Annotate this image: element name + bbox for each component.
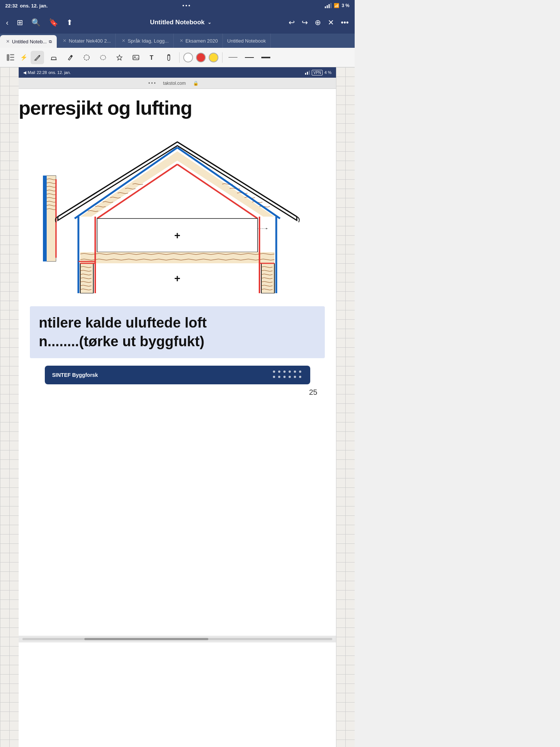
svg-text:T: T: [150, 55, 153, 61]
inner-browser-bar: • • • takstol.com 🔒: [19, 78, 336, 89]
battery-label: 3 %: [342, 3, 349, 8]
tab-untitled-notebook-active[interactable]: ✕ Untitled Noteb... ⧉: [0, 35, 57, 48]
text-banner: ntilere kalde uluftede loft n........(tø…: [30, 306, 325, 358]
clip-tool-button[interactable]: [162, 51, 175, 64]
scroll-area[interactable]: [19, 636, 336, 642]
status-bar-center: [183, 5, 190, 6]
chevron-down-icon[interactable]: ⌄: [208, 20, 211, 25]
inner-signal-icon: [305, 71, 310, 75]
right-margin: [336, 67, 355, 747]
undo-button[interactable]: ↩: [289, 18, 295, 27]
svg-rect-3: [10, 59, 14, 61]
svg-line-4: [34, 60, 35, 61]
svg-marker-10: [117, 55, 122, 60]
tab-untitled-2[interactable]: Untitled Notebook: [223, 34, 271, 48]
line-thick-button[interactable]: [259, 51, 273, 64]
color-white-button[interactable]: [183, 53, 193, 62]
inner-vpn-label: VPN: [312, 70, 323, 75]
tab-eksamen[interactable]: ✕ Eksamen 2020: [174, 34, 223, 48]
search-button[interactable]: 🔍: [31, 18, 41, 27]
svg-rect-14: [43, 176, 47, 261]
redo-button[interactable]: ↪: [302, 18, 308, 27]
tab-close-icon-4[interactable]: ✕: [180, 38, 183, 43]
page-heading: perresjikt og lufting: [19, 96, 325, 120]
page-number: 25: [30, 388, 317, 397]
nav-right: ↩ ↪ ⊕ ✕ •••: [289, 18, 349, 27]
text-tool-button[interactable]: T: [146, 51, 159, 64]
sidebar-toggle-button[interactable]: [4, 51, 17, 64]
dot2: [186, 5, 187, 6]
add-page-button[interactable]: ⊕: [315, 18, 321, 27]
inner-status-left: ◀ Mail 22:28 ons. 12. jan.: [23, 70, 71, 75]
nav-bar: ‹ ⊞ 🔍 🔖 ⬆ Untitled Notebook ⌄ ↩ ↪ ⊕ ✕ ••…: [0, 11, 355, 34]
inner-back-label: ◀: [23, 70, 26, 75]
toolbar-separator-2: [222, 52, 223, 63]
image-tool-button[interactable]: [129, 51, 143, 64]
lasso-tool-button[interactable]: [96, 51, 110, 64]
tab-sprak[interactable]: ✕ Språk Idag, Logg...: [116, 34, 174, 48]
bluetooth-icon: ⚡: [20, 54, 28, 61]
color-yellow-button[interactable]: [209, 53, 218, 62]
svg-point-8: [84, 55, 89, 60]
inner-status-right: VPN 4 %: [305, 70, 332, 75]
house-left-partial: [43, 176, 56, 261]
back-button[interactable]: ‹: [6, 18, 9, 27]
star-tool-button[interactable]: [113, 51, 126, 64]
pen-tool-button[interactable]: [31, 51, 44, 64]
inner-dots-left: • • •: [149, 81, 156, 86]
left-margin: [0, 67, 19, 747]
tab-label-5: Untitled Notebook: [227, 38, 266, 44]
status-day: ons. 12. jan.: [20, 3, 47, 9]
shapes-tool-button[interactable]: [80, 51, 93, 64]
svg-rect-1: [10, 54, 14, 55]
inner-status-bar: ◀ Mail 22:28 ons. 12. jan. VPN 4 %: [19, 67, 336, 78]
svg-rect-5: [52, 57, 56, 60]
tab-label-2: Notater Nek400 2...: [69, 38, 111, 44]
tab-close-icon-2[interactable]: ✕: [63, 38, 66, 43]
grid-button[interactable]: ⊞: [17, 18, 23, 27]
color-red-button[interactable]: [196, 53, 206, 62]
line-medium-button[interactable]: [243, 51, 256, 64]
page-content-wrapper: ◀ Mail 22:28 ons. 12. jan. VPN 4 % • • •…: [0, 67, 355, 747]
inner-day: ons. 12. jan.: [49, 70, 71, 75]
signal-icon: [325, 3, 332, 8]
tab-label: Untitled Noteb...: [12, 39, 47, 44]
eraser-tool-button[interactable]: [47, 51, 60, 64]
svg-text:+: +: [174, 273, 180, 284]
nav-center: Untitled Notebook ⌄: [150, 19, 211, 26]
dot1: [183, 5, 184, 6]
inner-url: takstol.com: [163, 81, 186, 86]
tab-close-icon-3[interactable]: ✕: [122, 38, 125, 43]
share-button[interactable]: ⬆: [66, 18, 73, 27]
heading-container: perresjikt og lufting: [19, 96, 325, 127]
tab-copy-icon[interactable]: ⧉: [49, 39, 52, 44]
nav-title: Untitled Notebook: [150, 19, 205, 26]
svg-rect-0: [7, 54, 9, 61]
svg-point-9: [100, 55, 106, 60]
marker-tool-button[interactable]: [63, 51, 77, 64]
status-bar-right: 📶 3 %: [325, 3, 349, 8]
nav-left: ‹ ⊞ 🔍 🔖 ⬆: [6, 18, 73, 27]
toolbar-separator-1: [179, 52, 180, 63]
inner-time: 22:28: [37, 70, 47, 75]
svg-rect-2: [10, 57, 14, 58]
inner-battery-label: 4 %: [324, 70, 332, 75]
tab-notater[interactable]: ✕ Notater Nek400 2...: [57, 34, 116, 48]
tab-bar: ✕ Untitled Noteb... ⧉ ✕ Notater Nek400 2…: [0, 34, 355, 48]
status-bar-left: 22:32 ons. 12. jan.: [5, 3, 48, 9]
banner-line2: n........(tørke ut byggfukt): [39, 332, 316, 351]
bookmark-button[interactable]: 🔖: [49, 18, 58, 27]
banner-line1: ntilere kalde uluftede loft: [39, 314, 316, 332]
tab-label-3: Språk Idag, Logg...: [128, 38, 169, 44]
tab-close-icon[interactable]: ✕: [6, 39, 10, 44]
more-button[interactable]: •••: [341, 18, 349, 27]
svg-rect-11: [133, 55, 139, 60]
lock-icon: 🔒: [193, 81, 199, 86]
line-thin-button[interactable]: [226, 51, 240, 64]
inner-mail-label: Mail: [28, 70, 35, 75]
page-area: ◀ Mail 22:28 ons. 12. jan. VPN 4 % • • •…: [19, 67, 336, 747]
wifi-icon: 📶: [334, 3, 339, 8]
toolbar: ⚡ T: [0, 48, 355, 67]
close-button[interactable]: ✕: [328, 18, 334, 27]
svg-text:+: +: [174, 230, 180, 241]
